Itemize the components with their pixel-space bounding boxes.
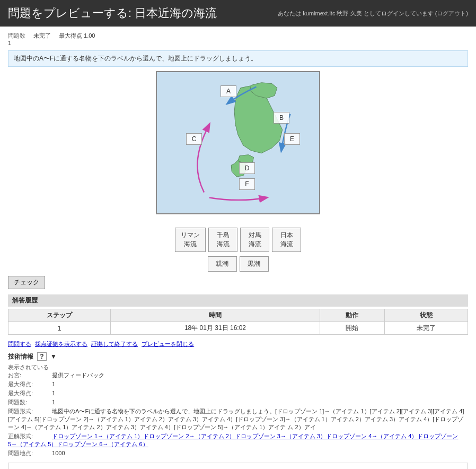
- meta-status: 未完了: [33, 32, 51, 46]
- close-preview-link[interactable]: プレビューを閉じる: [142, 341, 194, 347]
- meta-max-score: 最大得点 1.00: [59, 32, 95, 46]
- meta-problem: 問題数 1: [8, 32, 25, 46]
- col-status: 状態: [384, 309, 468, 322]
- col-action: 動作: [320, 309, 384, 322]
- answer-label-kuroshio[interactable]: 黒潮: [240, 256, 269, 272]
- user-info: あなたは kumimext.ltc 秋野 久美 としてログインしています (ログ…: [278, 10, 468, 18]
- map-label-d[interactable]: D: [239, 162, 255, 174]
- tech-section: 技術情報 ? ▼ 表示されているお宮: 提供フィードバック 最大得点: 1 最大…: [8, 352, 468, 457]
- map-label-c[interactable]: C: [186, 133, 202, 145]
- info-icon[interactable]: ?: [37, 352, 46, 361]
- cell-time: 18年 01月 31日 16:02: [110, 322, 320, 335]
- cell-action: 開始: [320, 322, 384, 335]
- tech-problem-text: 問題形式: 地図中のA〜Fに通する名物を下のラベルから選んで、地図上にドラッグし…: [8, 407, 468, 431]
- cell-step: 1: [8, 322, 111, 335]
- col-step: ステップ: [8, 309, 111, 322]
- expand-icon[interactable]: ▼: [50, 353, 57, 360]
- svg-marker-1: [250, 83, 277, 99]
- map-area[interactable]: A B C D E F: [156, 71, 320, 214]
- tech-row-max-score: 最大得点: 1: [8, 380, 468, 388]
- tech-rows: 表示されているお宮: 提供フィードバック: [8, 363, 468, 379]
- problem-value: 1: [8, 40, 25, 46]
- answer-label-tsushima[interactable]: 対馬 海流: [240, 228, 269, 252]
- map-label-b[interactable]: B: [274, 112, 289, 124]
- map-label-f[interactable]: F: [239, 178, 255, 190]
- answer-label-riman[interactable]: リマン 海流: [175, 228, 206, 252]
- use-cert-link[interactable]: 証拠して終了する: [91, 341, 138, 347]
- problem-label: 問題数: [8, 32, 25, 40]
- instruction-text: 地図中のA〜Fに通する名物を下のラベルから選んで、地図上にドラッグしましょう。: [8, 50, 468, 67]
- table-row: 118年 01月 31日 16:02開始未完了: [8, 322, 468, 335]
- status-value: 未完了: [33, 32, 51, 40]
- options-section: オプション ▶ すべてを折りたたむ ▼ 受験オプション 問題動作 * 即時フィー…: [8, 463, 468, 469]
- map-label-a[interactable]: A: [221, 85, 236, 97]
- answer-label-nihon[interactable]: 日本 海流: [272, 228, 301, 252]
- reopen-link[interactable]: 問問する: [8, 341, 31, 347]
- map-container: A B C D E F: [8, 71, 468, 222]
- max-score-value: 最大得点 1.00: [59, 32, 95, 40]
- logout-link[interactable]: ログアウト: [437, 10, 466, 16]
- col-time: 時間: [110, 309, 320, 322]
- tech-row-problem-count: 問題数: 1: [8, 398, 468, 406]
- tech-drop-text: 正解形式: ドロップゾーン 1→（アイテム 1）ドロップゾーン 2→（アイテム …: [8, 432, 468, 448]
- tech-row-max-score2: 最大得点: 1: [8, 389, 468, 397]
- show-cert-link[interactable]: 採点証拠を表示する: [35, 341, 87, 347]
- main-content: 問題数 1 未完了 最大得点 1.00 地図中のA〜Fに通する名物を下のラベルか…: [0, 27, 476, 469]
- page-title: 問題をプレビューする: 日本近海の海流: [8, 5, 217, 21]
- attempts-section-title: 解答履歴: [8, 294, 468, 307]
- map-label-e[interactable]: E: [284, 133, 300, 145]
- attempts-table: ステップ 時間 動作 状態 118年 01月 31日 16:02開始未完了: [8, 309, 468, 335]
- bottom-links: 問問する 採点証拠を表示する 証拠して終了する プレビューを閉じる: [8, 340, 468, 348]
- answer-labels-row2: 親潮 黒潮: [8, 256, 468, 272]
- check-button[interactable]: チェック: [8, 276, 45, 289]
- answer-label-chishima[interactable]: 千島 海流: [208, 228, 237, 252]
- answer-label-oyashio[interactable]: 親潮: [208, 256, 237, 272]
- tech-title: 技術情報 ? ▼: [8, 352, 468, 361]
- tech-score: 問題地点: 1000: [8, 449, 468, 457]
- meta-block: 問題数 1 未完了 最大得点 1.00: [8, 32, 468, 46]
- answer-labels-row1: リマン 海流 千島 海流 対馬 海流 日本 海流: [8, 228, 468, 252]
- cell-status: 未完了: [384, 322, 468, 335]
- page-header: 問題をプレビューする: 日本近海の海流 あなたは kumimext.ltc 秋野…: [0, 0, 476, 27]
